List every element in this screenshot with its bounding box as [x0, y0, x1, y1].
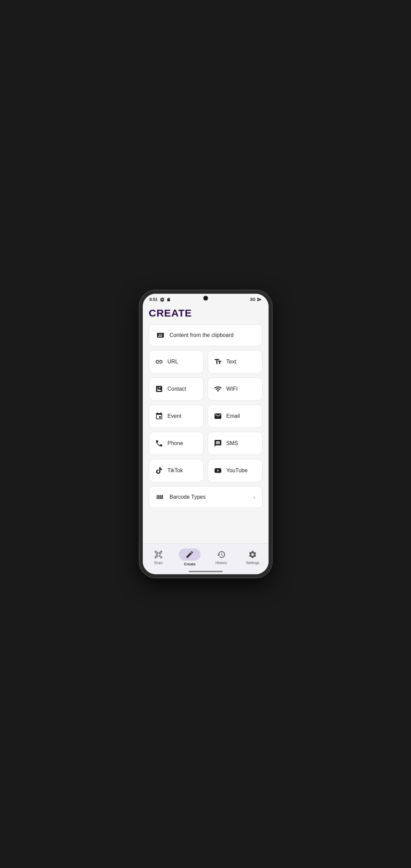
calendar-icon-svg: [155, 412, 163, 420]
history-icon-svg: [217, 550, 226, 559]
settings-status-icon: [160, 297, 165, 302]
email-label: Email: [226, 413, 240, 419]
scan-nav-icon: [154, 550, 163, 559]
chevron-right-icon: ›: [253, 494, 255, 501]
phone-button[interactable]: Phone: [149, 432, 204, 455]
network-label: 3G: [250, 297, 255, 302]
settings-nav-label: Settings: [246, 561, 259, 565]
sms-button[interactable]: SMS: [208, 432, 262, 455]
calendar-icon: [155, 412, 164, 421]
content-area: CREATE Content from the clipboard URL: [143, 303, 269, 543]
sms-icon: [213, 439, 222, 448]
scan-icon-svg: [154, 550, 163, 559]
tiktok-icon-svg: [155, 466, 163, 475]
tiktok-label: TikTok: [168, 467, 183, 474]
settings-icon-svg: [248, 550, 257, 559]
page-title: CREATE: [149, 307, 262, 319]
history-nav-icon: [217, 550, 226, 559]
grid-row-1: URL Text: [149, 350, 262, 373]
clipboard-button[interactable]: Content from the clipboard: [149, 324, 262, 346]
clipboard-btn-label: Content from the clipboard: [170, 332, 234, 338]
link-icon: [155, 357, 164, 366]
scan-nav-label: Scan: [154, 561, 162, 565]
wifi-icon-svg: [214, 385, 222, 393]
text-button[interactable]: Text: [208, 350, 262, 373]
barcode-icon-svg: [156, 493, 165, 501]
scan-nav-icon-bg: [154, 550, 163, 559]
settings-nav-icon-bg: [248, 550, 257, 559]
barcode-icon: [156, 493, 165, 501]
status-right: 3G: [250, 297, 261, 302]
sd-card-status-icon: [167, 297, 171, 302]
phone-icon-svg: [155, 439, 163, 447]
status-left: 8:51: [150, 297, 171, 302]
event-button[interactable]: Event: [149, 405, 204, 428]
wifi-icon: [213, 385, 222, 393]
signal-icon: [257, 297, 262, 302]
text-icon: [213, 357, 222, 366]
email-icon: [213, 412, 222, 421]
tiktok-button[interactable]: TikTok: [149, 459, 204, 482]
keyboard-icon-svg: [156, 331, 165, 339]
create-nav-icon-bg: [179, 548, 201, 561]
link-icon-svg: [155, 358, 163, 366]
time: 8:51: [150, 297, 158, 302]
phone-icon: [155, 439, 164, 448]
barcode-btn-label: Barcode Types: [170, 494, 206, 500]
history-nav-label: History: [216, 561, 227, 565]
contact-button[interactable]: Contact: [149, 377, 204, 401]
clipboard-icon: [156, 331, 165, 340]
barcode-left: Barcode Types: [156, 493, 206, 501]
nav-item-create[interactable]: Create: [174, 546, 206, 568]
url-button[interactable]: URL: [149, 350, 204, 373]
phone-label: Phone: [168, 440, 183, 446]
home-indicator: [189, 571, 223, 572]
contact-label: Contact: [168, 386, 186, 392]
sms-label: SMS: [226, 440, 238, 446]
tiktok-icon: [155, 466, 164, 475]
create-icon-svg: [185, 550, 194, 559]
sms-icon-svg: [214, 439, 222, 447]
youtube-icon: [213, 466, 222, 475]
bottom-nav: Scan Create History: [143, 543, 269, 574]
text-icon-svg: [214, 358, 222, 366]
create-nav-label: Create: [184, 562, 195, 566]
text-label: Text: [226, 359, 236, 365]
email-button[interactable]: Email: [208, 405, 262, 428]
wifi-button[interactable]: WIFI: [208, 377, 262, 401]
contact-icon: [155, 385, 164, 393]
history-nav-icon-bg: [217, 550, 226, 559]
grid-row-5: TikTok YouTube: [149, 459, 262, 482]
grid-row-4: Phone SMS: [149, 432, 262, 455]
phone-frame: 8:51 3G CREATE: [139, 290, 272, 578]
grid-row-3: Event Email: [149, 405, 262, 428]
wifi-label: WIFI: [226, 386, 238, 392]
create-nav-icon: [185, 550, 194, 559]
youtube-icon-svg: [214, 466, 222, 475]
youtube-label: YouTube: [226, 467, 248, 474]
event-label: Event: [168, 413, 182, 419]
status-bar: 8:51 3G: [143, 294, 269, 303]
settings-nav-icon: [248, 550, 257, 559]
email-icon-svg: [214, 412, 222, 420]
youtube-button[interactable]: YouTube: [208, 459, 262, 482]
grid-row-2: Contact WIFI: [149, 377, 262, 401]
camera-notch: [203, 296, 208, 301]
nav-item-scan[interactable]: Scan: [143, 548, 174, 567]
url-label: URL: [168, 359, 178, 365]
nav-item-settings[interactable]: Settings: [237, 548, 269, 567]
nav-item-history[interactable]: History: [206, 548, 237, 567]
barcode-types-button[interactable]: Barcode Types ›: [149, 486, 262, 508]
contact-icon-svg: [155, 385, 163, 393]
